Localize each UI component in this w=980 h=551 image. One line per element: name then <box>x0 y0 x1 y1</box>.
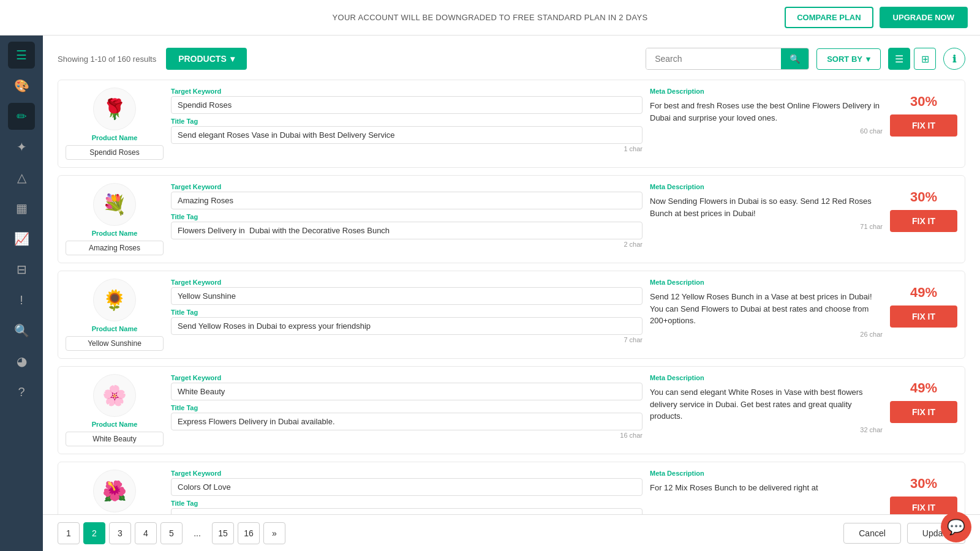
sidebar-item-edit[interactable]: ✏ <box>8 103 35 130</box>
score-badge: 49% <box>910 380 937 396</box>
product-meta: Meta Description Now Sending Flowers in … <box>650 183 883 230</box>
target-keyword-label: Target Keyword <box>171 279 643 286</box>
info-button[interactable]: ℹ <box>943 48 965 70</box>
product-name-label: Product Name <box>92 421 138 428</box>
title-tag-label: Title Tag <box>171 404 643 411</box>
banner-actions: COMPARE PLAN UPGRADE NOW <box>785 7 968 28</box>
chevron-down-icon: ▾ <box>230 54 235 64</box>
sidebar-item-pie[interactable]: ◕ <box>8 348 35 375</box>
main-layout: ☰ 🎨 ✏ ✦ △ ▦ 📈 ⊟ ! 🔍 ◕ ? Showing 1-10 of … <box>0 36 980 551</box>
fix-section: 49% FIX IT <box>890 374 957 423</box>
score-badge: 30% <box>910 476 937 492</box>
top-banner: YOUR ACCOUNT WILL BE DOWNGRADED TO FREE … <box>0 0 980 36</box>
page-button[interactable]: 16 <box>238 522 260 544</box>
product-name-label: Product Name <box>92 325 138 332</box>
results-count: Showing 1-10 of 160 results <box>58 54 156 64</box>
meta-description-label: Meta Description <box>650 279 883 286</box>
page-button[interactable]: 1 <box>58 522 80 544</box>
product-meta: Meta Description You can send elegant Wh… <box>650 374 883 433</box>
target-keyword-label: Target Keyword <box>171 374 643 381</box>
pagination-pages: 12345...1516» <box>58 522 285 544</box>
title-tag-input[interactable] <box>171 317 643 335</box>
product-image: 💐 <box>93 183 136 226</box>
sidebar-item-alert[interactable]: ! <box>8 287 35 313</box>
page-button[interactable]: 2 <box>83 522 105 544</box>
list-view-button[interactable]: ☰ <box>888 48 910 70</box>
title-tag-label: Title Tag <box>171 118 643 125</box>
page-button[interactable]: 4 <box>135 522 157 544</box>
target-keyword-input[interactable] <box>171 383 643 400</box>
sidebar-item-table[interactable]: ▦ <box>8 195 35 222</box>
sidebar-item-help[interactable]: ? <box>8 378 35 405</box>
fix-it-button[interactable]: FIX IT <box>890 305 957 328</box>
meta-description-label: Meta Description <box>650 88 883 95</box>
product-meta: Meta Description Send 12 Yellow Roses Bu… <box>650 279 883 338</box>
meta-char-count: 26 char <box>650 331 883 338</box>
sortby-button[interactable]: SORT BY ▾ <box>816 48 881 70</box>
score-badge: 30% <box>910 189 937 205</box>
target-keyword-input[interactable] <box>171 478 643 496</box>
target-keyword-input[interactable] <box>171 96 643 114</box>
compare-plan-button[interactable]: COMPARE PLAN <box>785 7 873 28</box>
sidebar-item-chart[interactable]: △ <box>8 164 35 191</box>
search-input[interactable] <box>646 48 781 69</box>
banner-message: YOUR ACCOUNT WILL BE DOWNGRADED TO FREE … <box>333 13 648 22</box>
title-tag-input[interactable] <box>171 222 643 239</box>
sidebar-item-search[interactable]: 🔍 <box>8 317 35 344</box>
chat-button[interactable]: 💬 <box>941 512 971 542</box>
product-thumb: 💐 Product Name Amazing Roses <box>66 183 164 255</box>
title-tag-input[interactable] <box>171 126 643 144</box>
fix-it-button[interactable]: FIX IT <box>890 114 957 137</box>
product-meta: Meta Description For 12 Mix Roses Bunch … <box>650 470 883 498</box>
sidebar-item-graph[interactable]: 📈 <box>8 225 35 252</box>
target-keyword-label: Target Keyword <box>171 470 643 477</box>
product-thumb: 🌹 Product Name Spendid Roses <box>66 88 164 160</box>
fix-it-button[interactable]: FIX IT <box>890 210 957 232</box>
product-fields: Target Keyword Title Tag 1 char <box>171 88 643 152</box>
fix-section: 30% FIX IT <box>890 88 957 137</box>
score-badge: 49% <box>910 285 937 301</box>
product-thumb: 🌻 Product Name Yellow Sunshine <box>66 279 164 351</box>
sidebar-item-org[interactable]: ⊟ <box>8 256 35 283</box>
table-row: 🌹 Product Name Spendid Roses Target Keyw… <box>58 80 965 168</box>
target-keyword-input[interactable] <box>171 192 643 209</box>
search-button[interactable]: 🔍 <box>781 48 809 69</box>
product-image: 🌹 <box>93 88 136 130</box>
product-fields: Target Keyword Title Tag 2 char <box>171 183 643 248</box>
product-image: 🌸 <box>93 374 136 417</box>
page-button[interactable]: 15 <box>212 522 234 544</box>
product-image: 🌻 <box>93 279 136 321</box>
table-row: 🌸 Product Name White Beauty Target Keywo… <box>58 366 965 454</box>
sidebar-item-menu[interactable]: ☰ <box>8 42 35 69</box>
title-tag-label: Title Tag <box>171 500 643 507</box>
products-button[interactable]: PRODUCTS ▾ <box>166 48 247 70</box>
title-tag-label: Title Tag <box>171 309 643 316</box>
cancel-button[interactable]: Cancel <box>843 523 901 544</box>
page-button[interactable]: 5 <box>160 522 183 544</box>
grid-view-button[interactable]: ⊞ <box>914 48 936 70</box>
product-name-label: Product Name <box>92 134 138 141</box>
meta-char-count: 60 char <box>650 127 883 135</box>
page-button[interactable]: ... <box>186 522 208 544</box>
content-area: Showing 1-10 of 160 results PRODUCTS ▾ 🔍… <box>43 36 980 551</box>
product-fields: Target Keyword Title Tag 16 char <box>171 374 643 439</box>
meta-description-label: Meta Description <box>650 470 883 477</box>
page-button[interactable]: » <box>263 522 285 544</box>
upgrade-now-button[interactable]: UPGRADE NOW <box>880 7 968 28</box>
fix-it-button[interactable]: FIX IT <box>890 401 957 423</box>
sortby-chevron-icon: ▾ <box>866 54 870 64</box>
product-name-value: White Beauty <box>66 432 164 446</box>
sidebar-item-palette[interactable]: 🎨 <box>8 72 35 99</box>
product-image: 🌺 <box>93 470 136 512</box>
fix-section: 30% FIX IT <box>890 470 957 519</box>
score-badge: 30% <box>910 94 937 110</box>
search-wrapper: 🔍 <box>646 48 809 70</box>
meta-description-text: For 12 Mix Roses Bunch to be delivered r… <box>650 482 883 494</box>
target-keyword-input[interactable] <box>171 287 643 305</box>
title-tag-input[interactable] <box>171 413 643 430</box>
table-row: 💐 Product Name Amazing Roses Target Keyw… <box>58 175 965 263</box>
sidebar-item-star[interactable]: ✦ <box>8 133 35 160</box>
title-char-count: 16 char <box>171 432 643 439</box>
page-button[interactable]: 3 <box>109 522 131 544</box>
meta-description-label: Meta Description <box>650 374 883 381</box>
